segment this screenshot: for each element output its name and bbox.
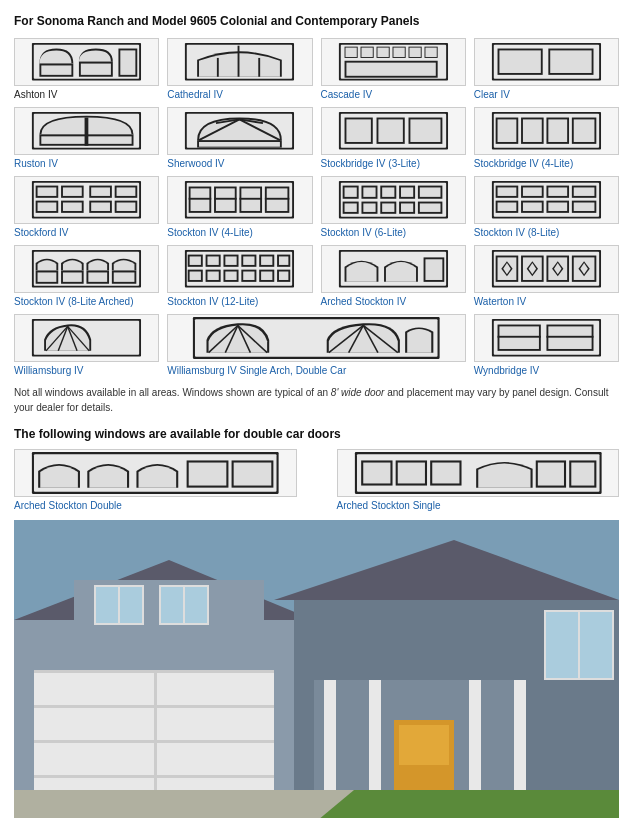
svg-rect-12 xyxy=(259,58,261,77)
stockton4-svg xyxy=(175,179,304,220)
window-img-cathedral xyxy=(167,38,312,86)
svg-rect-120 xyxy=(419,204,440,212)
svg-rect-5 xyxy=(81,64,111,75)
window-label-stockton4: Stockton IV (4-Lite) xyxy=(167,226,312,239)
window-item-stockton4: Stockton IV (4-Lite) xyxy=(167,176,312,239)
double-car-heading: The following windows are available for … xyxy=(14,427,619,441)
arched-stockton-svg xyxy=(329,248,458,289)
window-label-sherwood: Sherwood IV xyxy=(167,157,312,170)
svg-rect-106 xyxy=(382,188,394,197)
house-photo: Colonial panel, White finish, Clear I wi… xyxy=(14,520,619,818)
svg-rect-164 xyxy=(190,272,201,280)
window-img-stockton4 xyxy=(167,176,312,224)
window-label-arched-stockton: Arched Stockton IV xyxy=(321,295,466,308)
svg-rect-234 xyxy=(432,463,459,484)
double-label-arched-stockton-double: Arched Stockton Double xyxy=(14,499,297,512)
window-item-waterton: Waterton IV xyxy=(474,245,619,308)
svg-rect-128 xyxy=(548,188,567,196)
window-img-sherwood xyxy=(167,107,312,155)
window-item-stockton12: Stockton IV (12-Lite) xyxy=(167,245,312,308)
window-img-clear xyxy=(474,38,619,86)
svg-rect-148 xyxy=(114,273,135,282)
svg-rect-168 xyxy=(226,272,237,280)
williamsburg-double-svg xyxy=(168,315,465,361)
svg-rect-32 xyxy=(499,51,540,74)
svg-rect-154 xyxy=(208,257,219,265)
window-img-cascade xyxy=(321,38,466,86)
window-item-williamsburg: Williamsburg IV xyxy=(14,314,159,377)
svg-rect-28 xyxy=(346,63,435,76)
svg-rect-260 xyxy=(399,725,449,765)
window-img-stockford xyxy=(14,176,159,224)
svg-rect-18 xyxy=(361,48,372,57)
window-label-ruston: Ruston IV xyxy=(14,157,159,170)
svg-rect-11 xyxy=(217,58,219,77)
window-img-ashton xyxy=(14,38,159,86)
svg-rect-134 xyxy=(523,203,542,211)
cascade-svg xyxy=(329,41,458,82)
double-item-arched-stockton-double: Arched Stockton Double xyxy=(14,449,297,512)
window-img-stockton8arch xyxy=(14,245,159,293)
svg-rect-255 xyxy=(185,587,207,623)
window-item-stockbridge4: Stockbridge IV (4-Lite) xyxy=(474,107,619,170)
svg-rect-116 xyxy=(382,204,394,212)
svg-rect-124 xyxy=(497,188,516,196)
stockbridge4-svg xyxy=(482,110,611,151)
svg-marker-270 xyxy=(14,790,354,818)
svg-rect-267 xyxy=(580,612,612,678)
window-img-stockton12 xyxy=(167,245,312,293)
window-label-stockton8arch: Stockton IV (8-Lite Arched) xyxy=(14,295,159,308)
window-label-ashton: Ashton IV xyxy=(14,88,159,101)
svg-rect-132 xyxy=(497,203,516,211)
svg-rect-224 xyxy=(189,463,227,486)
window-label-waterton: Waterton IV xyxy=(474,295,619,308)
svg-rect-130 xyxy=(574,188,595,196)
svg-rect-56 xyxy=(410,120,440,143)
window-item-cascade: Cascade IV xyxy=(321,38,466,101)
svg-rect-76 xyxy=(63,203,82,211)
svg-rect-146 xyxy=(88,273,107,282)
double-img-arched-stockton-double xyxy=(14,449,297,497)
window-item-cathedral: Cathedral IV xyxy=(167,38,312,101)
window-item-arched-stockton: Arched Stockton IV xyxy=(321,245,466,308)
svg-rect-162 xyxy=(279,257,288,265)
double-label-arched-stockton-single: Arched Stockton Single xyxy=(337,499,620,512)
window-item-wyndbridge: Wyndbridge IV xyxy=(474,314,619,377)
svg-rect-108 xyxy=(401,188,413,197)
svg-rect-220 xyxy=(546,336,593,338)
svg-rect-70 xyxy=(38,188,57,196)
svg-rect-48 xyxy=(199,142,280,147)
svg-rect-84 xyxy=(117,203,136,211)
svg-rect-138 xyxy=(574,203,595,211)
arched-stockton-single-svg xyxy=(338,450,619,496)
svg-rect-110 xyxy=(419,188,440,197)
double-img-arched-stockton-single xyxy=(337,449,620,497)
stockton6-svg xyxy=(329,179,458,220)
stockton8arch-svg xyxy=(22,248,151,289)
ashton-svg xyxy=(22,41,151,82)
window-label-stockford: Stockford IV xyxy=(14,226,159,239)
cathedral-svg xyxy=(175,41,304,82)
window-label-stockbridge3: Stockbridge IV (3-Lite) xyxy=(321,157,466,170)
svg-rect-72 xyxy=(38,203,57,211)
svg-rect-60 xyxy=(497,120,516,143)
window-img-williamsburg xyxy=(14,314,159,362)
window-img-arched-stockton xyxy=(321,245,466,293)
window-img-stockbridge3 xyxy=(321,107,466,155)
svg-rect-3 xyxy=(41,66,71,75)
svg-rect-62 xyxy=(523,120,542,143)
window-img-waterton xyxy=(474,245,619,293)
svg-rect-144 xyxy=(63,273,82,282)
window-grid: Ashton IV Cathedral IV xyxy=(14,38,619,377)
svg-rect-24 xyxy=(409,48,420,57)
svg-rect-54 xyxy=(378,120,402,143)
svg-rect-10 xyxy=(238,46,240,77)
window-img-williamsburg-double xyxy=(167,314,466,362)
svg-rect-136 xyxy=(548,203,567,211)
svg-rect-142 xyxy=(38,273,57,282)
svg-rect-230 xyxy=(363,463,390,484)
window-item-stockford: Stockford IV xyxy=(14,176,159,239)
clear-svg xyxy=(482,41,611,82)
svg-rect-39 xyxy=(85,118,89,146)
svg-rect-95 xyxy=(189,198,212,200)
